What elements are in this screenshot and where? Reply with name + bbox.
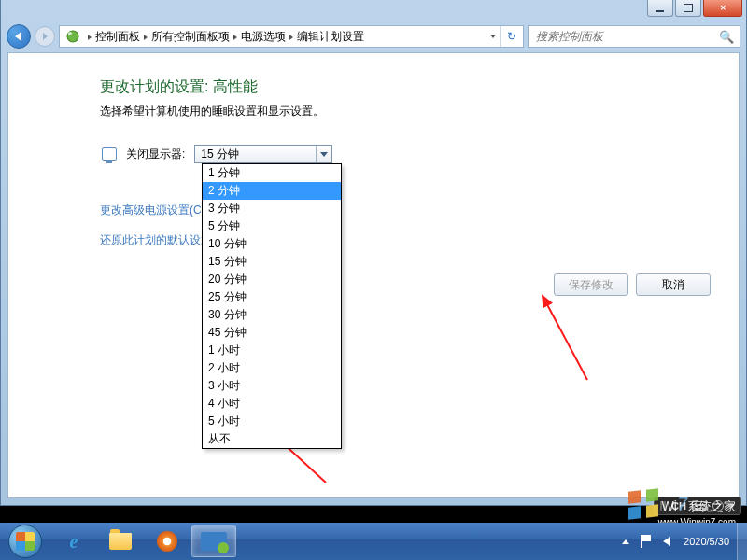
dropdown-option[interactable]: 10 分钟	[203, 235, 341, 253]
svg-line-1	[543, 296, 587, 380]
refresh-button[interactable]	[500, 26, 521, 47]
windows-flag-icon	[628, 489, 658, 519]
monitor-icon	[102, 147, 117, 161]
dropdown-option[interactable]: 1 分钟	[203, 164, 341, 182]
breadcrumb[interactable]: 所有控制面板项	[151, 29, 230, 45]
system-tray: 2020/5/30	[616, 523, 747, 560]
tray-volume-icon[interactable]	[657, 523, 676, 560]
breadcrumb[interactable]: 控制面板	[95, 29, 140, 45]
tray-action-center-icon[interactable]	[635, 523, 657, 560]
page-title: 更改计划的设置: 高性能	[100, 77, 258, 97]
combo-value: 15 分钟	[201, 147, 239, 162]
maximize-button[interactable]	[675, 0, 701, 17]
window-title-buttons	[645, 0, 742, 17]
close-button[interactable]	[703, 0, 742, 17]
dialog-buttons: 保存修改 取消	[554, 273, 711, 296]
show-desktop-button[interactable]	[737, 523, 747, 560]
ie-icon: e	[70, 531, 78, 553]
turn-off-display-combo[interactable]: 15 分钟	[194, 145, 332, 163]
dropdown-option[interactable]: 5 分钟	[203, 217, 341, 235]
explorer-window: 控制面板 所有控制面板项 电源选项 编辑计划设置 更改计划的设置: 高性能 选择…	[0, 0, 747, 506]
dropdown-option[interactable]: 4 小时	[203, 395, 341, 413]
dropdown-option[interactable]: 15 分钟	[203, 253, 341, 271]
watermark: Wi7系统之家	[628, 489, 736, 519]
speaker-icon	[663, 537, 670, 546]
annotation-arrow	[531, 287, 606, 389]
taskbar-ie[interactable]: e	[51, 525, 96, 557]
content-pane: 更改计划的设置: 高性能 选择希望计算机使用的睡眠设置和显示设置。 关闭显示器:…	[7, 52, 740, 498]
control-panel-icon	[201, 532, 227, 551]
chevron-right-icon[interactable]	[144, 30, 148, 43]
breadcrumb[interactable]: 编辑计划设置	[297, 29, 364, 45]
media-player-icon	[157, 531, 177, 552]
search-box[interactable]	[528, 25, 740, 48]
navigation-row: 控制面板 所有控制面板项 电源选项 编辑计划设置	[7, 22, 740, 50]
dropdown-option[interactable]: 2 分钟	[203, 182, 341, 200]
turn-off-display-dropdown-list[interactable]: 1 分钟2 分钟3 分钟5 分钟10 分钟15 分钟20 分钟25 分钟30 分…	[202, 163, 342, 449]
dropdown-option[interactable]: 20 分钟	[203, 271, 341, 288]
watermark-text: Wi7系统之家	[662, 494, 736, 515]
address-dropdown-button[interactable]	[486, 26, 500, 47]
search-icon[interactable]	[719, 30, 734, 44]
turn-off-display-label: 关闭显示器:	[126, 147, 185, 162]
start-button[interactable]	[0, 523, 50, 560]
breadcrumb[interactable]: 电源选项	[241, 29, 286, 45]
taskbar-control-panel[interactable]	[191, 525, 236, 557]
dropdown-option[interactable]: 2 小时	[203, 359, 341, 377]
cancel-button[interactable]: 取消	[636, 273, 711, 296]
forward-button[interactable]	[35, 26, 55, 47]
control-panel-icon	[65, 29, 80, 44]
dropdown-option[interactable]: 45 分钟	[203, 324, 341, 342]
dropdown-option[interactable]: 1 小时	[203, 342, 341, 359]
dropdown-option[interactable]: 30 分钟	[203, 306, 341, 324]
turn-off-display-row: 关闭显示器: 15 分钟	[102, 145, 332, 163]
dropdown-option[interactable]: 从不	[203, 430, 341, 448]
chevron-down-icon[interactable]	[316, 146, 331, 162]
save-button[interactable]: 保存修改	[554, 273, 628, 296]
taskbar-explorer[interactable]	[98, 525, 143, 557]
advanced-power-settings-link[interactable]: 更改高级电源设置(C)	[100, 203, 205, 218]
tray-date: 2020/5/30	[684, 536, 729, 548]
dropdown-option[interactable]: 3 分钟	[203, 200, 341, 217]
chevron-right-icon[interactable]	[88, 30, 92, 43]
flag-icon	[641, 535, 652, 548]
address-bar[interactable]: 控制面板 所有控制面板项 电源选项 编辑计划设置	[59, 25, 524, 48]
tray-clock[interactable]: 2020/5/30	[676, 536, 737, 548]
taskbar[interactable]: e 2020/5/30	[0, 523, 747, 560]
folder-icon	[109, 533, 132, 550]
search-input[interactable]	[534, 29, 719, 44]
chevron-right-icon[interactable]	[289, 30, 293, 43]
dropdown-option[interactable]: 5 小时	[203, 413, 341, 430]
dropdown-option[interactable]: 25 分钟	[203, 288, 341, 306]
chevron-right-icon[interactable]	[233, 30, 237, 43]
chevron-up-icon	[622, 539, 629, 544]
back-button[interactable]	[7, 24, 31, 49]
dropdown-option[interactable]: 3 小时	[203, 377, 341, 395]
page-subtitle: 选择希望计算机使用的睡眠设置和显示设置。	[100, 104, 324, 119]
taskbar-media-player[interactable]	[145, 525, 190, 557]
minimize-button[interactable]	[647, 0, 673, 17]
tray-expand-button[interactable]	[616, 523, 635, 560]
